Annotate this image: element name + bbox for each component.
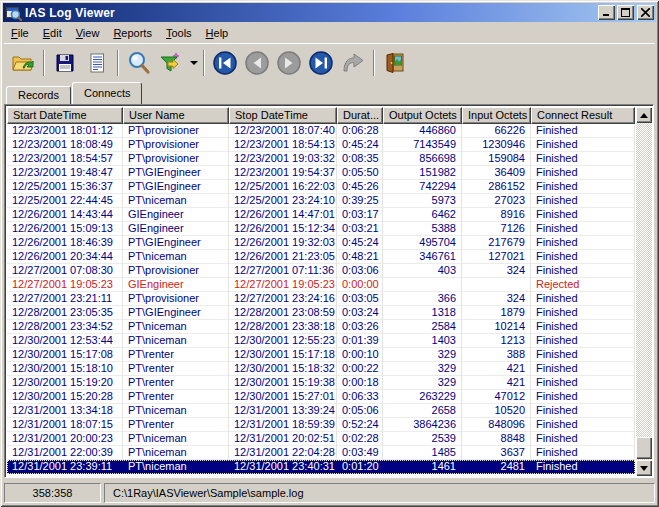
table-cell: 12/31/2001 13:34:18 — [7, 404, 123, 418]
first-record-button[interactable] — [210, 48, 240, 78]
table-row[interactable]: 12/26/2001 18:46:39PT\GIEngineer12/26/20… — [7, 236, 635, 250]
table-cell: 12/31/2001 22:00:39 — [7, 446, 123, 460]
menu-tools[interactable]: Tools — [159, 25, 199, 41]
table-row[interactable]: 12/27/2001 19:05:23GIEngineer12/27/2001 … — [7, 278, 635, 292]
table-cell: 12/25/2001 22:44:45 — [7, 194, 123, 208]
table-cell: 346761 — [383, 250, 462, 264]
filter-dropdown-button[interactable] — [187, 48, 199, 78]
chevron-down-icon — [190, 61, 198, 65]
table-row[interactable]: 12/31/2001 22:00:39PT\niceman12/31/2001 … — [7, 446, 635, 460]
menu-reports[interactable]: Reports — [106, 25, 159, 41]
table-row[interactable]: 12/30/2001 12:53:44PT\niceman12/30/2001 … — [7, 334, 635, 348]
menu-help[interactable]: Help — [199, 25, 236, 41]
app-icon — [6, 5, 22, 21]
table-cell: PT\niceman — [123, 404, 229, 418]
table-cell: 8848 — [462, 432, 531, 446]
table-row[interactable]: 12/26/2001 20:34:44PT\niceman12/26/2001 … — [7, 250, 635, 264]
menu-edit[interactable]: Edit — [36, 25, 69, 41]
exit-button[interactable] — [380, 48, 410, 78]
table-cell: Finished — [531, 306, 635, 320]
table-cell: 12/30/2001 15:17:18 — [229, 348, 337, 362]
menu-view[interactable]: View — [69, 25, 107, 41]
table-row[interactable]: 12/31/2001 23:39:11PT\niceman12/31/2001 … — [7, 460, 635, 474]
table-cell: Finished — [531, 320, 635, 334]
last-record-button[interactable] — [306, 48, 336, 78]
tab-connects[interactable]: Connects — [72, 82, 142, 104]
titlebar[interactable]: IAS Log Viewer — [3, 3, 656, 22]
floppy-disk-icon — [55, 53, 75, 73]
table-row[interactable]: 12/23/2001 18:01:12PT\provisioner12/23/2… — [7, 124, 635, 138]
table-row[interactable]: 12/31/2001 18:07:15PT\renter12/31/2001 1… — [7, 418, 635, 432]
goto-record-button[interactable] — [338, 48, 368, 78]
toolbar-separator — [117, 50, 119, 76]
table-cell: 0:45:26 — [337, 180, 383, 194]
table-cell: Finished — [531, 152, 635, 166]
table-cell: 12/31/2001 22:04:28 — [229, 446, 337, 460]
table-row[interactable]: 12/28/2001 23:05:35PT\GIEngineer12/28/20… — [7, 306, 635, 320]
vertical-scrollbar[interactable] — [636, 107, 652, 476]
table-cell: PT\provisioner — [123, 264, 229, 278]
scrollbar-thumb[interactable] — [636, 437, 652, 459]
table-row[interactable]: 12/23/2001 18:08:49PT\provisioner12/23/2… — [7, 138, 635, 152]
table-row[interactable]: 12/31/2001 13:34:18PT\niceman12/31/2001 … — [7, 404, 635, 418]
table-row[interactable]: 12/27/2001 23:21:11PT\provisioner12/27/2… — [7, 292, 635, 306]
table-cell: Finished — [531, 418, 635, 432]
scroll-up-button[interactable] — [636, 107, 652, 123]
open-log-button[interactable] — [8, 48, 38, 78]
table-cell: 12/23/2001 18:01:12 — [7, 124, 123, 138]
table-cell: Finished — [531, 166, 635, 180]
table-cell: 12/26/2001 14:47:01 — [229, 208, 337, 222]
find-button[interactable] — [124, 48, 154, 78]
table-cell — [383, 278, 462, 292]
table-cell: 3637 — [462, 446, 531, 460]
table-cell: 10520 — [462, 404, 531, 418]
table-row[interactable]: 12/30/2001 15:19:20PT\renter12/30/2001 1… — [7, 376, 635, 390]
table-row[interactable]: 12/30/2001 15:18:10PT\renter12/30/2001 1… — [7, 362, 635, 376]
column-header[interactable]: Stop DateTime — [229, 107, 337, 124]
table-row[interactable]: 12/26/2001 15:09:13GIEngineer12/26/2001 … — [7, 222, 635, 236]
column-header[interactable]: Input Octets — [462, 107, 531, 124]
table-cell: PT\niceman — [123, 194, 229, 208]
table-row[interactable]: 12/30/2001 15:20:28PT\renter12/30/2001 1… — [7, 390, 635, 404]
scroll-down-button[interactable] — [636, 460, 652, 476]
minimize-button[interactable] — [598, 5, 615, 20]
filter-button[interactable] — [156, 48, 186, 78]
table-row[interactable]: 12/23/2001 19:48:47PT\GIEngineer12/23/20… — [7, 166, 635, 180]
column-header[interactable]: Start DateTime — [7, 107, 123, 124]
table-cell: 0:39:25 — [337, 194, 383, 208]
search-icon — [127, 51, 151, 75]
column-header[interactable]: Connect Result — [531, 107, 635, 124]
table-row[interactable]: 12/28/2001 23:34:52PT\niceman12/28/2001 … — [7, 320, 635, 334]
previous-record-button[interactable] — [242, 48, 272, 78]
table-row[interactable]: 12/25/2001 22:44:45PT\niceman12/25/2001 … — [7, 194, 635, 208]
table-cell: 0:03:21 — [337, 222, 383, 236]
column-header[interactable]: Durat... — [337, 107, 383, 124]
table-row[interactable]: 12/23/2001 18:54:57PT\provisioner12/23/2… — [7, 152, 635, 166]
table-row[interactable]: 12/31/2001 20:00:23PT\niceman12/31/2001 … — [7, 432, 635, 446]
next-record-button[interactable] — [274, 48, 304, 78]
table-cell: Finished — [531, 376, 635, 390]
menu-file[interactable]: File — [4, 25, 36, 41]
column-header[interactable]: User Name — [123, 107, 229, 124]
table-cell: 12/26/2001 19:32:03 — [229, 236, 337, 250]
table-cell: 12/23/2001 18:08:49 — [7, 138, 123, 152]
table-row[interactable]: 12/26/2001 14:43:44GIEngineer12/26/2001 … — [7, 208, 635, 222]
table-row[interactable]: 12/27/2001 07:08:30PT\provisioner12/27/2… — [7, 264, 635, 278]
table-cell: 0:48:21 — [337, 250, 383, 264]
table-cell: 0:03:49 — [337, 446, 383, 460]
save-button[interactable] — [50, 48, 80, 78]
toolbar-separator — [373, 50, 375, 76]
table-cell: 12/31/2001 20:02:51 — [229, 432, 337, 446]
table-cell: 0:00:00 — [337, 278, 383, 292]
close-button[interactable] — [637, 5, 654, 20]
table-cell: 12/31/2001 18:07:15 — [7, 418, 123, 432]
tab-records[interactable]: Records — [6, 86, 71, 104]
report-button[interactable] — [82, 48, 112, 78]
table-row[interactable]: 12/30/2001 15:17:08PT\renter12/30/2001 1… — [7, 348, 635, 362]
menubar: FileEditViewReportsToolsHelp — [4, 24, 655, 42]
table-cell: 263229 — [383, 390, 462, 404]
table-row[interactable]: 12/25/2001 15:36:37PT\GIEngineer12/25/20… — [7, 180, 635, 194]
column-header[interactable]: Output Octets — [383, 107, 462, 124]
maximize-button[interactable] — [617, 5, 634, 20]
table-cell: 388 — [462, 348, 531, 362]
